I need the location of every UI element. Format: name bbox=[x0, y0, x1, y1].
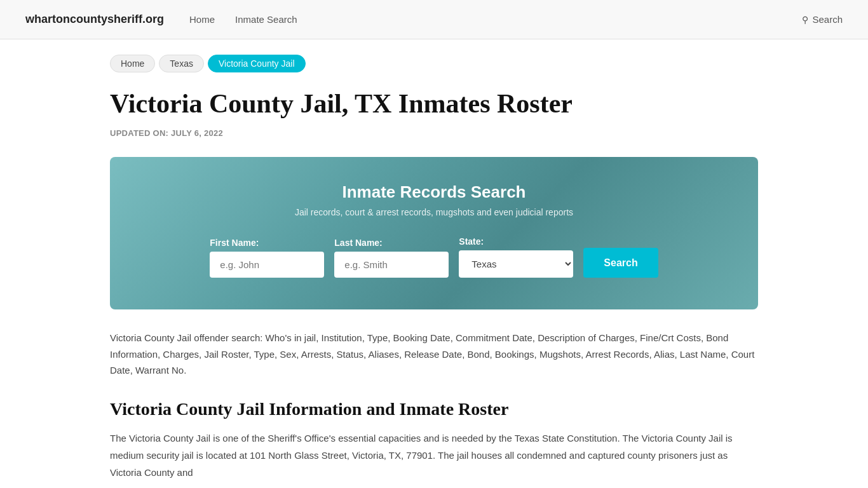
breadcrumb-texas[interactable]: Texas bbox=[159, 55, 204, 72]
last-name-label: Last Name: bbox=[334, 238, 449, 248]
description-text: Victoria County Jail offender search: Wh… bbox=[110, 330, 758, 379]
first-name-group: First Name: bbox=[210, 238, 324, 278]
first-name-label: First Name: bbox=[210, 238, 324, 248]
section-text: The Victoria County Jail is one of the S… bbox=[110, 430, 758, 481]
search-button[interactable]: Search bbox=[583, 248, 658, 278]
navbar-brand[interactable]: whartoncountysheriff.org bbox=[25, 13, 164, 26]
updated-date: UPDATED ON: JULY 6, 2022 bbox=[110, 128, 758, 138]
search-panel-subtitle: Jail records, court & arrest records, mu… bbox=[148, 207, 720, 217]
navbar-search-label: Search bbox=[812, 14, 843, 25]
state-select[interactable]: Texas Alabama Alaska Arizona Arkansas Ca… bbox=[459, 250, 573, 278]
state-label: State: bbox=[459, 236, 573, 247]
breadcrumb: Home Texas Victoria County Jail bbox=[110, 55, 758, 72]
search-form: First Name: Last Name: State: Texas Alab… bbox=[148, 236, 720, 278]
navbar-links: Home Inmate Search bbox=[189, 14, 297, 25]
breadcrumb-victoria-county-jail[interactable]: Victoria County Jail bbox=[208, 55, 306, 72]
search-panel: Inmate Records Search Jail records, cour… bbox=[110, 157, 758, 309]
navbar: whartoncountysheriff.org Home Inmate Sea… bbox=[0, 0, 868, 39]
last-name-input[interactable] bbox=[334, 252, 449, 278]
navbar-search[interactable]: ⚲ Search bbox=[802, 14, 843, 25]
last-name-group: Last Name: bbox=[334, 238, 449, 278]
breadcrumb-home[interactable]: Home bbox=[110, 55, 155, 72]
state-group: State: Texas Alabama Alaska Arizona Arka… bbox=[459, 236, 573, 278]
navbar-link-home[interactable]: Home bbox=[189, 14, 215, 25]
section-title: Victoria County Jail Information and Inm… bbox=[110, 399, 758, 419]
search-icon: ⚲ bbox=[802, 15, 808, 25]
first-name-input[interactable] bbox=[210, 252, 324, 278]
navbar-link-inmate-search[interactable]: Inmate Search bbox=[235, 14, 297, 25]
main-content: Home Texas Victoria County Jail Victoria… bbox=[85, 39, 783, 488]
search-panel-title: Inmate Records Search bbox=[148, 182, 720, 202]
page-title: Victoria County Jail, TX Inmates Roster bbox=[110, 88, 758, 119]
